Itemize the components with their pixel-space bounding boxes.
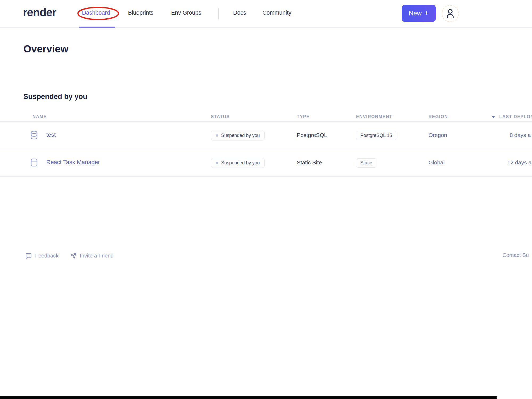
contact-support-label: Contact Su <box>502 252 529 258</box>
active-tab-underline <box>79 27 115 28</box>
feedback-label: Feedback <box>35 253 59 259</box>
nav-divider <box>218 8 219 19</box>
send-plane-icon <box>70 252 77 259</box>
section-title: Suspended by you <box>23 93 87 101</box>
service-region: Global <box>428 159 445 166</box>
service-name-link[interactable]: test <box>46 131 56 138</box>
service-type: Static Site <box>297 159 322 166</box>
invite-label: Invite a Friend <box>80 253 114 259</box>
static-site-icon <box>30 158 38 167</box>
environment-badge: Static <box>356 158 376 168</box>
bottom-edge-bar <box>0 396 497 399</box>
feedback-link[interactable]: Feedback <box>25 252 59 259</box>
service-name-link[interactable]: React Task Manager <box>46 159 100 166</box>
new-button-label: New <box>409 10 422 17</box>
column-header-type[interactable]: TYPE <box>297 114 310 119</box>
status-badge-label: Suspended by you <box>221 133 260 138</box>
table-row[interactable]: React Task Manager Suspended by you Stat… <box>0 149 532 177</box>
service-region: Oregon <box>428 132 447 138</box>
environment-badge-label: PostgreSQL 15 <box>360 133 392 138</box>
contact-support-link[interactable]: Contact Su <box>502 252 529 258</box>
table-row[interactable]: test Suspended by you PostgreSQL Postgre… <box>0 122 532 149</box>
column-header-last-deploy[interactable]: LAST DEPLOY <box>499 114 532 119</box>
nav-tab-env-groups[interactable]: Env Groups <box>171 10 201 16</box>
sort-descending-icon[interactable] <box>491 115 496 118</box>
column-header-region[interactable]: REGION <box>428 114 448 119</box>
last-deploy-value: 12 days a <box>507 159 531 166</box>
status-dot-icon <box>216 134 218 137</box>
page-title: Overview <box>23 43 68 55</box>
status-badge-label: Suspended by you <box>221 160 260 166</box>
feedback-bubble-icon <box>25 252 32 259</box>
last-deploy-value: 8 days a <box>510 132 531 138</box>
status-dot-icon <box>216 162 218 164</box>
environment-badge: PostgreSQL 15 <box>356 131 396 140</box>
table-header-row: NAME STATUS TYPE ENVIRONMENT REGION LAST… <box>0 112 532 122</box>
nav-link-docs[interactable]: Docs <box>233 10 246 16</box>
top-nav-bar: render Dashboard Blueprints Env Groups D… <box>0 0 532 28</box>
environment-badge-label: Static <box>360 160 372 166</box>
database-icon <box>30 130 38 140</box>
status-badge: Suspended by you <box>211 158 265 168</box>
column-header-name[interactable]: NAME <box>32 114 47 119</box>
nav-tab-blueprints[interactable]: Blueprints <box>128 10 154 16</box>
plus-icon: + <box>424 9 429 17</box>
nav-tab-dashboard[interactable]: Dashboard <box>82 10 110 16</box>
account-menu-button[interactable] <box>442 5 459 22</box>
column-header-status[interactable]: STATUS <box>211 114 230 119</box>
invite-a-friend-link[interactable]: Invite a Friend <box>70 252 114 259</box>
user-icon <box>446 8 455 19</box>
render-logo[interactable]: render <box>23 6 56 19</box>
status-badge: Suspended by you <box>211 131 265 140</box>
nav-link-community[interactable]: Community <box>262 10 291 16</box>
new-button[interactable]: New + <box>402 5 436 22</box>
column-header-environment[interactable]: ENVIRONMENT <box>356 114 392 119</box>
service-type: PostgreSQL <box>297 132 327 138</box>
